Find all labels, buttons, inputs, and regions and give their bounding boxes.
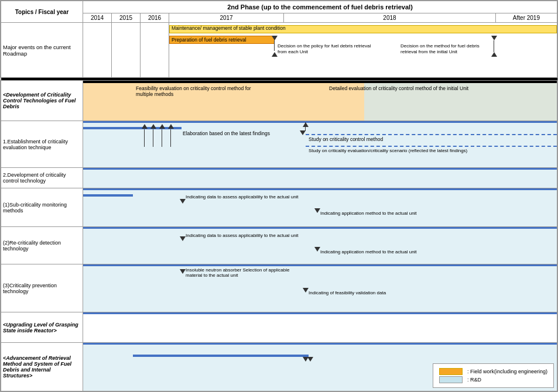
label-criticality-eval: 1.Establishment of criticality evaluatio…: [1, 121, 83, 167]
phase-header: 2nd Phase (up to the commencement of fue…: [83, 1, 557, 13]
legend-field-work: : Field work(including engineering): [439, 368, 547, 375]
label-major-events: Major events on the current Roadmap: [1, 23, 83, 78]
legend: : Field work(including engineering) : R&…: [433, 363, 554, 388]
year-after: After 2019: [495, 13, 557, 23]
year-2018: 2018: [284, 13, 496, 23]
label-advancement: <Advancement of Retrieval Method and Sys…: [1, 343, 83, 391]
legend-field-label: : Field work(including engineering): [467, 369, 547, 374]
legend-rd-label: : R&D: [467, 377, 481, 383]
label-recrit: (2)Re-criticality detection technology: [1, 227, 83, 264]
year-2017: 2017: [169, 13, 284, 23]
gantt-advancement: : Field work(including engineering) : R&…: [83, 343, 557, 391]
topics-header: Topics / Fiscal year: [1, 1, 83, 23]
label-critprev: (3)Criticality prevention technology: [1, 264, 83, 312]
year-2016: 2016: [141, 13, 169, 23]
gantt-criticality-ctrl: [83, 168, 557, 188]
gantt-major-2015: [112, 23, 141, 78]
gantt-criticality-eval: Elaboration based on the latest findings…: [83, 121, 557, 167]
gantt-upgrading: [83, 312, 557, 343]
gantt-subcrit: Indicating data to assess applicability …: [83, 188, 557, 227]
gantt-major-2016: [141, 23, 169, 78]
gantt-major-events: Maintenance/ management of stable plant …: [169, 23, 557, 78]
year-2014: 2014: [83, 13, 112, 23]
label-subcrit: (1)Sub-criticality monitoring methods: [1, 188, 83, 227]
legend-field-color: [439, 368, 463, 375]
label-criticality-ctrl: 2.Development of criticality control tec…: [1, 168, 83, 188]
gantt-recrit: Indicating data to assess applicability …: [83, 227, 557, 264]
gantt-critprev: Insoluble neutron absorber Selection of …: [83, 264, 557, 312]
label-upgrading: <Upgrading Level of Grasping State insid…: [1, 312, 83, 343]
gantt-major-2014: [83, 23, 112, 78]
legend-rd: : R&D: [439, 376, 547, 383]
legend-rd-color: [439, 376, 463, 383]
chart-container: Topics / Fiscal year 2nd Phase (up to th…: [0, 0, 558, 392]
label-criticality-dev: <Development of Criticality Control Tech…: [1, 80, 83, 121]
gantt-criticality-dev: Feasibility evaluation on criticality co…: [83, 80, 557, 121]
year-2015: 2015: [112, 13, 141, 23]
